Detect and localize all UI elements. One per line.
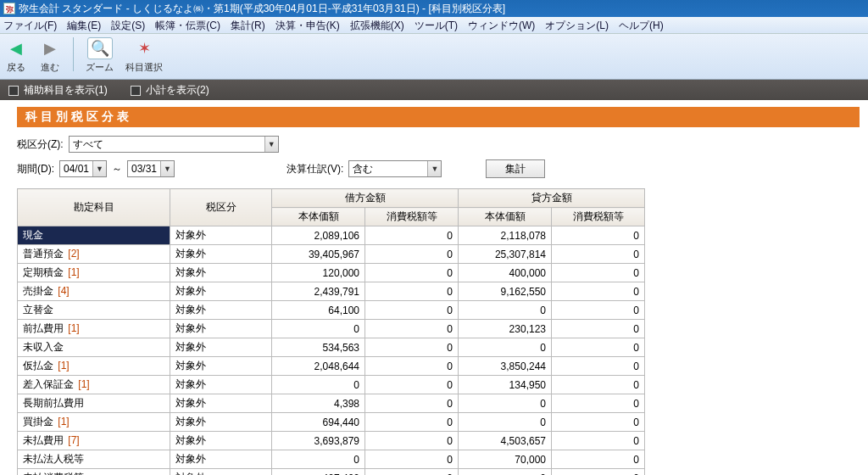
- th-credit: 貸方金額: [459, 189, 645, 208]
- table-row[interactable]: 定期積金 [1]対象外120,0000400,0000: [18, 264, 645, 282]
- tax-select-input[interactable]: [70, 137, 264, 152]
- chevron-down-icon[interactable]: ▼: [427, 161, 441, 176]
- settle-select[interactable]: ▼: [348, 160, 442, 177]
- table-row[interactable]: 未払法人税等対象外0070,0000: [18, 450, 645, 469]
- table-row[interactable]: 仮払金 [1]対象外2,048,64403,850,2440: [18, 357, 645, 376]
- cell-tax: 対象外: [170, 226, 272, 245]
- back-button[interactable]: ◀戻る: [5, 37, 27, 74]
- cell-num: 0: [552, 245, 645, 264]
- cell-account[interactable]: 未払法人税等: [18, 450, 170, 469]
- th-debit-tax: 消費税額等: [365, 208, 459, 226]
- show-sub-checkbox[interactable]: 補助科目を表示(1): [8, 80, 108, 100]
- cell-num: 3,693,879: [272, 432, 365, 450]
- menu-item[interactable]: ツール(T): [415, 20, 458, 31]
- cell-num: 2,118,078: [459, 226, 552, 245]
- chevron-down-icon[interactable]: ▼: [160, 161, 174, 176]
- cell-num: 0: [459, 394, 552, 413]
- cell-num: 120,000: [272, 264, 365, 282]
- account-select-button[interactable]: ✶科目選択: [125, 37, 163, 74]
- table-row[interactable]: 未収入金対象外534,563000: [18, 338, 645, 357]
- cell-num: 70,000: [459, 450, 552, 469]
- chevron-down-icon[interactable]: ▼: [264, 137, 278, 152]
- cell-account[interactable]: 定期積金 [1]: [18, 264, 170, 282]
- table-row[interactable]: 長期前払費用対象外4,398000: [18, 394, 645, 413]
- menu-item[interactable]: ヘルプ(H): [619, 20, 664, 31]
- show-subtotal-checkbox[interactable]: 小計を表示(2): [131, 80, 209, 100]
- cell-num: 0: [365, 450, 459, 469]
- cell-tax: 対象外: [170, 413, 272, 432]
- cell-tax: 対象外: [170, 245, 272, 264]
- table-row[interactable]: 前払費用 [1]対象外00230,1230: [18, 320, 645, 338]
- cell-account[interactable]: 長期前払費用: [18, 394, 170, 413]
- tax-select[interactable]: ▼: [69, 136, 279, 153]
- period-from-input[interactable]: [60, 161, 92, 176]
- table-row[interactable]: 買掛金 [1]対象外694,440000: [18, 413, 645, 432]
- cell-account[interactable]: 立替金: [18, 301, 170, 320]
- cell-account[interactable]: 未払消費税等: [18, 469, 170, 476]
- select-label: 科目選択: [125, 61, 163, 74]
- menu-item[interactable]: 拡張機能(X): [350, 20, 404, 31]
- cell-num: 0: [552, 469, 645, 476]
- menu-item[interactable]: 編集(E): [67, 20, 101, 31]
- cell-num: 25,307,814: [459, 245, 552, 264]
- app-icon: 弥: [3, 3, 15, 14]
- cell-num: 0: [552, 432, 645, 450]
- select-icon: ✶: [133, 37, 155, 59]
- table-row[interactable]: 普通預金 [2]対象外39,405,967025,307,8140: [18, 245, 645, 264]
- zoom-button[interactable]: 🔍ズーム: [86, 37, 114, 74]
- menu-item[interactable]: ウィンドウ(W): [468, 20, 535, 31]
- table-row[interactable]: 未払消費税等対象外407,400000: [18, 469, 645, 476]
- cell-num: 0: [552, 376, 645, 394]
- table-row[interactable]: 未払費用 [7]対象外3,693,87904,503,6570: [18, 432, 645, 450]
- th-account: 勘定科目: [18, 189, 170, 226]
- menu-item[interactable]: 帳簿・伝票(C): [155, 20, 220, 31]
- cell-account[interactable]: 未収入金: [18, 338, 170, 357]
- table-row[interactable]: 売掛金 [4]対象外2,439,79109,162,5500: [18, 282, 645, 301]
- filter-area: 税区分(Z): ▼ 期間(D): ▼ ～ ▼ 決算仕訳(V): ▼ 集計: [0, 127, 868, 188]
- cell-num: 0: [365, 282, 459, 301]
- cell-account[interactable]: 仮払金 [1]: [18, 357, 170, 376]
- menu-item[interactable]: 集計(R): [231, 20, 265, 31]
- cell-account[interactable]: 現金: [18, 226, 170, 245]
- cell-tax: 対象外: [170, 469, 272, 476]
- cell-account[interactable]: 未払費用 [7]: [18, 432, 170, 450]
- period-to-input[interactable]: [128, 161, 160, 176]
- period-to[interactable]: ▼: [127, 160, 175, 177]
- cell-num: 4,398: [272, 394, 365, 413]
- cell-num: 0: [365, 357, 459, 376]
- page-title: 科目別税区分表: [17, 107, 860, 127]
- menu-item[interactable]: オプション(L): [545, 20, 609, 31]
- cell-account[interactable]: 差入保証金 [1]: [18, 376, 170, 394]
- cell-num: 0: [365, 376, 459, 394]
- cell-account[interactable]: 買掛金 [1]: [18, 413, 170, 432]
- cell-num: 3,850,244: [459, 357, 552, 376]
- cell-num: 64,100: [272, 301, 365, 320]
- aggregate-button[interactable]: 集計: [486, 159, 545, 178]
- menu-item[interactable]: 決算・申告(K): [275, 20, 340, 31]
- cell-num: 0: [272, 450, 365, 469]
- separator: [73, 37, 74, 71]
- chevron-down-icon[interactable]: ▼: [92, 161, 106, 176]
- menu-item[interactable]: 設定(S): [111, 20, 145, 31]
- table-row[interactable]: 立替金対象外64,100000: [18, 301, 645, 320]
- table-row[interactable]: 差入保証金 [1]対象外00134,9500: [18, 376, 645, 394]
- cell-num: 134,950: [459, 376, 552, 394]
- cell-num: 2,048,644: [272, 357, 365, 376]
- cell-tax: 対象外: [170, 394, 272, 413]
- cell-num: 0: [552, 264, 645, 282]
- table-row[interactable]: 現金対象外2,089,10602,118,0780: [18, 226, 645, 245]
- cell-account[interactable]: 売掛金 [4]: [18, 282, 170, 301]
- cell-num: 0: [365, 264, 459, 282]
- cell-account[interactable]: 前払費用 [1]: [18, 320, 170, 338]
- settle-select-input[interactable]: [349, 161, 427, 176]
- cell-tax: 対象外: [170, 376, 272, 394]
- cell-tax: 対象外: [170, 301, 272, 320]
- menu-bar: ファイル(F)編集(E)設定(S)帳簿・伝票(C)集計(R)決算・申告(K)拡張…: [0, 17, 868, 34]
- th-debit: 借方金額: [272, 189, 459, 208]
- period-from[interactable]: ▼: [59, 160, 107, 177]
- cell-num: 0: [552, 450, 645, 469]
- menu-item[interactable]: ファイル(F): [3, 20, 57, 31]
- cell-num: 0: [552, 338, 645, 357]
- cell-account[interactable]: 普通預金 [2]: [18, 245, 170, 264]
- cell-num: 0: [552, 226, 645, 245]
